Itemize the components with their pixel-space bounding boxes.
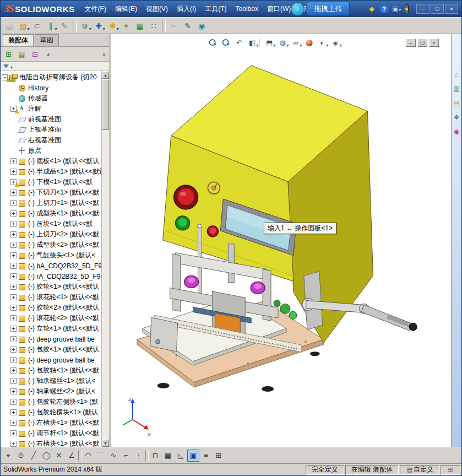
filter-icon[interactable] — [3, 64, 9, 68]
tree-expander[interactable]: + — [10, 158, 17, 164]
tree-item[interactable]: + (-) 底板<1> (默认<<默认 — [1, 156, 101, 166]
tree-expander[interactable] — [10, 148, 17, 154]
zoom-area-icon[interactable] — [220, 37, 232, 48]
grid-icon[interactable]: ▦ — [162, 450, 174, 462]
tree-expander[interactable]: + — [10, 336, 17, 342]
tree-item[interactable]: + (-) 下模<1> (默认<<默 — [1, 177, 101, 187]
sketch-tool-button[interactable] — [78, 450, 81, 461]
propertymanager-tab-icon[interactable]: ▤ — [16, 48, 28, 60]
tree-expander[interactable]: + — [10, 200, 17, 206]
line-icon[interactable]: ╱ — [28, 450, 40, 462]
close-doc-button[interactable]: × — [429, 39, 439, 47]
tree-expander[interactable] — [10, 95, 17, 101]
tree-expander[interactable]: + — [10, 378, 17, 384]
upload-button[interactable]: 拖拽上传 — [307, 2, 350, 16]
close-button[interactable]: × — [445, 4, 458, 14]
tree-item[interactable]: + (-) 立轮<1> (默认<<默认 — [1, 323, 101, 334]
slot-icon[interactable]: ⊓ — [149, 450, 161, 462]
chevron-icon[interactable]: » — [102, 51, 107, 57]
tree-item[interactable]: + (-) 上切刀<2> (默认<<默 — [1, 229, 101, 240]
tree-item[interactable]: + (-) 成型块<2> (默认<<默 — [1, 240, 101, 250]
view-settings-icon[interactable]: ◈ — [329, 37, 342, 48]
list-icon[interactable]: ≡ — [200, 450, 212, 462]
status-light-icon[interactable] — [405, 4, 409, 13]
view-palette-icon[interactable]: ❖ — [452, 112, 461, 122]
menu-item[interactable]: 文件(F) — [80, 1, 111, 17]
status-custom[interactable]: ▤ 自定义 — [400, 465, 439, 475]
point-icon[interactable]: ⊙ — [15, 450, 27, 462]
graphics-area[interactable]: Z X ↶ — [111, 34, 451, 447]
move-component-icon[interactable]: ✚ — [92, 19, 105, 33]
scroll-down-icon[interactable]: ▼ — [102, 439, 109, 447]
tree-expander[interactable]: + — [10, 409, 17, 415]
select-icon[interactable]: ⌖ — [2, 450, 14, 462]
tree-item[interactable]: + (-) 压块<1> (默认<<默 — [1, 219, 101, 229]
tree-item[interactable]: - 电阻自动折弯脚设备 (切20 — [1, 72, 101, 83]
assembly-3d-model[interactable]: Z X — [111, 34, 451, 446]
tree-item[interactable]: + (-) 轴承螺丝<2> (默认< — [1, 386, 101, 397]
paste-icon[interactable]: ▤ — [3, 19, 16, 33]
edit-appearance-icon[interactable] — [303, 37, 316, 48]
tree-expander[interactable]: + — [10, 420, 17, 426]
tree-expander[interactable]: + — [10, 347, 17, 353]
tree-item[interactable]: + (-) 调节杆<1> (默认<<默 — [1, 428, 101, 439]
home-icon[interactable]: ⌂ — [452, 69, 461, 79]
tree-expander[interactable]: + — [10, 367, 17, 374]
toolbar-button[interactable] — [162, 20, 166, 32]
scroll-up-icon[interactable]: ▲ — [102, 71, 109, 79]
tree-item[interactable]: + (-) 包胶<1> (默认<<默认 — [1, 344, 101, 355]
tree-item[interactable]: + (-) 右槽块<1> (默认<<默 — [1, 439, 101, 447]
tree-scrollbar[interactable]: ▲ ▼ — [101, 71, 109, 447]
featuremanager-tab-icon[interactable]: ⊞ — [3, 48, 14, 60]
tree-item[interactable]: + (-) 半成品<1> (默认<<默认 — [1, 166, 101, 177]
tree-expander[interactable]: + — [10, 430, 17, 436]
minimize-doc-button[interactable]: ─ — [406, 39, 416, 47]
tree-expander[interactable]: + — [10, 169, 17, 175]
file-explorer-icon[interactable]: ▤ — [452, 98, 461, 107]
tree-expander[interactable] — [10, 127, 17, 133]
tree-expander[interactable]: + — [10, 388, 17, 394]
linear-pattern-icon[interactable]: ∷ — [147, 19, 160, 33]
tree-expander[interactable]: + — [10, 326, 17, 332]
tree-item[interactable]: 原点 — [1, 145, 101, 156]
tree-expander[interactable]: + — [10, 210, 17, 217]
trim-icon[interactable]: ✂ — [167, 19, 181, 33]
delete-icon[interactable]: ✕ — [53, 450, 65, 462]
tree-item[interactable]: + (-) 上切刀<1> (默认<<默 — [1, 198, 101, 208]
tree-expander[interactable]: + — [10, 252, 17, 258]
tree-item[interactable]: + (-) deep groove ball be — [1, 334, 101, 344]
upload-icon[interactable]: ↑ — [291, 2, 305, 16]
menu-item[interactable]: 编辑(E) — [111, 1, 142, 17]
section-view-icon[interactable]: ◧ — [246, 37, 259, 48]
attachment-icon[interactable]: ⊂ — [30, 19, 44, 33]
hide-show-items-icon[interactable]: ∞ — [290, 37, 302, 48]
restore-doc-button[interactable]: ❏ — [417, 39, 427, 47]
tree-expander[interactable]: + — [10, 263, 17, 269]
tree-expander[interactable]: + — [10, 273, 17, 279]
tree-expander[interactable]: + — [10, 190, 17, 196]
menu-item[interactable]: 视图(V) — [142, 1, 172, 17]
headsup-button[interactable] — [259, 38, 263, 48]
previous-view-icon[interactable]: ↶ — [233, 37, 246, 48]
circle-icon[interactable]: ◯ — [40, 450, 52, 462]
help-icon[interactable]: ? — [380, 5, 388, 13]
tree-item[interactable]: 上视基准面 — [1, 125, 101, 135]
filter-caret-icon[interactable] — [10, 61, 13, 71]
tree-item[interactable]: + (-) 胶轮<2> (默认<<默认 — [1, 302, 101, 313]
edit-component-icon[interactable]: ✎ — [58, 19, 71, 33]
tree-item[interactable]: 前视基准面 — [1, 114, 101, 125]
menu-item[interactable]: 插入(I) — [172, 1, 200, 17]
tree-item[interactable]: + (-) 包胶轴<1> (默认<<默 — [1, 365, 101, 376]
menu-item[interactable]: 工具(T) — [200, 1, 231, 17]
tree-item[interactable]: + (-) 包胶轮左侧块<1> (默 — [1, 397, 101, 407]
angle-icon[interactable]: ∠ — [66, 450, 78, 462]
displaymanager-tab-icon[interactable]: ◕ — [42, 48, 54, 60]
assembly-features-icon[interactable]: ▦ — [133, 19, 146, 33]
tree-expander[interactable]: + — [10, 357, 17, 363]
tree-expander[interactable]: + — [10, 284, 17, 290]
minimize-button[interactable]: ─ — [416, 4, 430, 14]
tree-item[interactable]: + (-) 胶轮<1> (默认<<默认 — [1, 282, 101, 292]
tree-item[interactable]: + 注解 — [1, 104, 101, 114]
tree-expander[interactable]: + — [10, 305, 17, 311]
table-icon[interactable]: ⊞ — [213, 450, 225, 462]
